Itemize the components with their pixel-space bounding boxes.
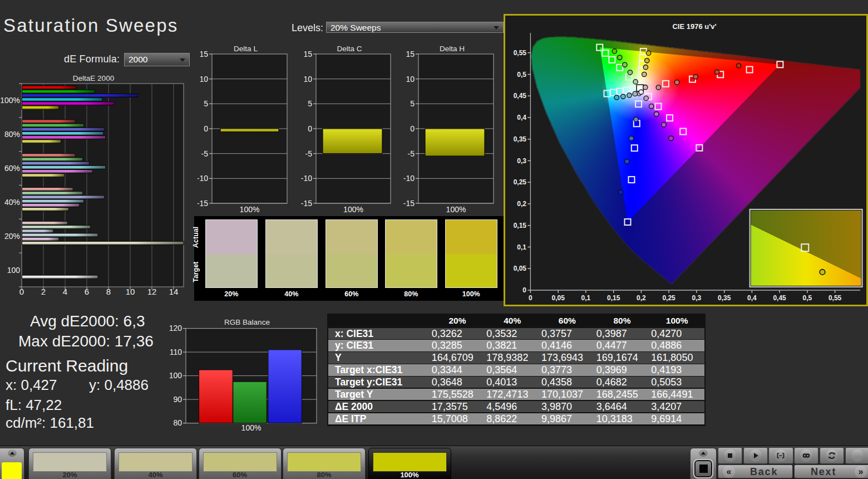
svg-text:-5: -5 xyxy=(408,149,415,158)
svg-text:0,45: 0,45 xyxy=(773,294,786,302)
svg-text:100%: 100% xyxy=(0,96,20,105)
svg-text:15: 15 xyxy=(406,50,415,58)
svg-text:0,3: 0,3 xyxy=(517,157,526,165)
svg-text:0: 0 xyxy=(529,294,532,302)
svg-text:10: 10 xyxy=(126,287,135,296)
svg-text:100%: 100% xyxy=(241,423,262,432)
svg-text:0,2: 0,2 xyxy=(517,200,526,208)
svg-text:0,35: 0,35 xyxy=(718,294,731,302)
svg-text:5: 5 xyxy=(204,99,208,108)
svg-text:-10: -10 xyxy=(198,174,208,183)
svg-text:0,2: 0,2 xyxy=(637,294,646,302)
svg-text:0,35: 0,35 xyxy=(514,135,527,143)
svg-text:0,25: 0,25 xyxy=(514,178,527,186)
svg-text:4: 4 xyxy=(63,287,67,296)
svg-text:CIE 1976 u'v': CIE 1976 u'v' xyxy=(672,22,716,31)
svg-text:-15: -15 xyxy=(403,199,415,208)
svg-text:0,05: 0,05 xyxy=(514,265,527,272)
svg-text:80%: 80% xyxy=(4,130,20,139)
svg-text:0,15: 0,15 xyxy=(607,294,620,302)
svg-text:Delta C: Delta C xyxy=(337,45,362,53)
svg-text:15: 15 xyxy=(199,50,208,58)
svg-text:10: 10 xyxy=(303,75,312,84)
svg-text:80: 80 xyxy=(173,418,182,427)
svg-text:100%: 100% xyxy=(446,205,466,214)
svg-text:5: 5 xyxy=(308,99,312,108)
svg-text:0,1: 0,1 xyxy=(517,243,526,251)
svg-text:110: 110 xyxy=(170,348,183,356)
svg-text:0,3: 0,3 xyxy=(692,294,702,302)
svg-text:0: 0 xyxy=(19,287,24,296)
svg-text:40%: 40% xyxy=(4,198,20,207)
svg-text:-5: -5 xyxy=(305,149,313,158)
svg-text:RGB Balance: RGB Balance xyxy=(224,318,270,326)
svg-text:8: 8 xyxy=(106,287,111,296)
svg-text:0: 0 xyxy=(522,286,526,294)
svg-text:0: 0 xyxy=(308,124,312,133)
svg-text:Delta L: Delta L xyxy=(234,45,258,53)
svg-text:-10: -10 xyxy=(301,174,312,183)
svg-text:100%: 100% xyxy=(343,205,363,214)
svg-text:0,55: 0,55 xyxy=(828,294,842,302)
svg-text:0,45: 0,45 xyxy=(514,92,527,100)
svg-text:100: 100 xyxy=(169,371,183,380)
svg-text:0: 0 xyxy=(410,124,415,133)
svg-text:5: 5 xyxy=(410,99,415,108)
svg-text:0,1: 0,1 xyxy=(581,294,591,302)
svg-text:-5: -5 xyxy=(201,149,209,158)
svg-text:0,5: 0,5 xyxy=(803,294,812,302)
svg-text:6: 6 xyxy=(85,287,89,296)
svg-text:0,15: 0,15 xyxy=(514,222,527,229)
svg-text:12: 12 xyxy=(147,287,157,296)
svg-text:0,05: 0,05 xyxy=(552,294,565,302)
svg-text:2: 2 xyxy=(41,287,46,296)
svg-text:10: 10 xyxy=(199,75,208,84)
svg-text:100%: 100% xyxy=(240,205,260,214)
svg-text:Delta H: Delta H xyxy=(440,45,465,53)
svg-text:0,25: 0,25 xyxy=(662,294,675,302)
svg-text:0: 0 xyxy=(204,124,208,133)
svg-text:100: 100 xyxy=(7,266,21,275)
svg-text:14: 14 xyxy=(169,287,179,296)
svg-text:10: 10 xyxy=(406,75,415,84)
svg-text:DeltaE 2000: DeltaE 2000 xyxy=(73,74,114,82)
svg-text:0,4: 0,4 xyxy=(747,294,757,302)
svg-text:0,5: 0,5 xyxy=(517,71,526,79)
svg-text:120: 120 xyxy=(169,324,183,333)
svg-text:-15: -15 xyxy=(198,199,208,208)
svg-text:-15: -15 xyxy=(301,199,312,208)
svg-text:-10: -10 xyxy=(403,174,415,183)
svg-text:90: 90 xyxy=(173,395,182,404)
svg-text:0,4: 0,4 xyxy=(517,114,526,121)
svg-text:15: 15 xyxy=(303,50,312,58)
svg-text:60%: 60% xyxy=(4,164,20,173)
svg-text:0,55: 0,55 xyxy=(514,49,527,57)
svg-text:20%: 20% xyxy=(4,232,20,241)
